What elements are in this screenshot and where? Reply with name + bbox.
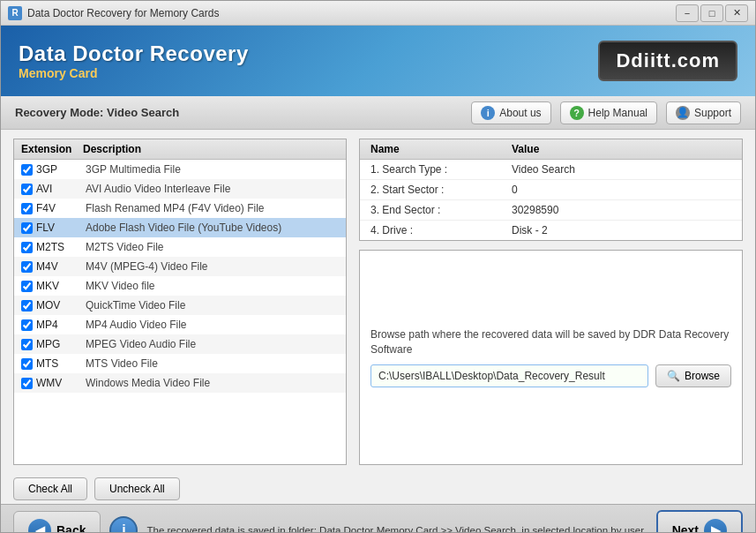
file-desc-mkv: MKV Video file — [86, 280, 339, 292]
file-ext-mts: MTS — [36, 357, 86, 370]
browse-description: Browse path where the recovered data wil… — [371, 327, 731, 357]
info-value-0: Video Search — [512, 163, 731, 176]
file-checkbox-mov[interactable] — [21, 300, 33, 312]
file-row[interactable]: MKV MKV Video file — [14, 276, 346, 296]
file-ext-mkv: MKV — [36, 280, 86, 292]
name-column-header: Name — [371, 143, 512, 155]
file-row[interactable]: MP4 MP4 Audio Video File — [14, 315, 346, 334]
title-bar-text: Data Doctor Recovery for Memory Cards — [27, 7, 676, 19]
value-column-header: Value — [512, 143, 731, 155]
maximize-button[interactable]: □ — [700, 4, 723, 22]
file-checkbox-wmv[interactable] — [21, 378, 33, 389]
file-checkbox-mp4[interactable] — [21, 319, 33, 331]
file-row[interactable]: AVI AVI Audio Video Interleave File — [14, 179, 346, 199]
info-table-row: 2. Start Sector : 0 — [360, 180, 742, 200]
file-ext-flv: FLV — [36, 221, 86, 234]
file-ext-mov: MOV — [36, 299, 86, 312]
browse-button[interactable]: 🔍 Browse — [655, 364, 731, 387]
file-desc-wmv: Windows Media Video File — [86, 377, 339, 389]
info-table-row: 3. End Sector : 30298590 — [360, 200, 742, 221]
file-checkbox-f4v[interactable] — [21, 203, 33, 214]
file-desc-f4v: Flash Renamed MP4 (F4V Video) File — [86, 202, 339, 214]
browse-panel: Browse path where the recovered data wil… — [359, 250, 743, 465]
file-desc-m4v: M4V (MPEG-4) Video File — [86, 260, 339, 273]
support-button[interactable]: 👤 Support — [666, 101, 741, 124]
minimize-button[interactable]: − — [676, 4, 699, 22]
file-ext-f4v: F4V — [36, 202, 86, 214]
header: Data Doctor Recovery Memory Card Ddiitt.… — [1, 26, 755, 96]
info-label-2: 3. End Sector : — [371, 204, 512, 216]
file-ext-mp4: MP4 — [36, 319, 86, 331]
file-ext-mpg: MPG — [36, 338, 86, 350]
app-icon: R — [8, 6, 22, 20]
main-content: Extension Description 3GP 3GP Multimedia… — [1, 130, 755, 474]
next-button-label: Next — [672, 523, 699, 534]
browse-search-icon: 🔍 — [667, 370, 680, 382]
about-us-label: About us — [499, 107, 541, 119]
footer-info-icon: i — [109, 516, 138, 534]
file-checkbox-flv[interactable] — [21, 222, 33, 234]
extension-column-header: Extension — [21, 143, 83, 155]
file-ext-3gp: 3GP — [36, 163, 86, 176]
file-desc-m2ts: M2TS Video File — [86, 241, 339, 253]
file-checkbox-m2ts[interactable] — [21, 242, 33, 253]
file-ext-wmv: WMV — [36, 377, 86, 389]
info-table-header: Name Value — [360, 139, 742, 160]
description-column-header: Description — [83, 143, 339, 155]
file-row[interactable]: WMV Windows Media Video File — [14, 373, 346, 393]
info-value-1: 0 — [512, 184, 731, 196]
file-row[interactable]: MTS MTS Video File — [14, 354, 346, 373]
file-checkbox-m4v[interactable] — [21, 261, 33, 273]
recovery-mode-label: Recovery Mode: Video Search — [15, 106, 462, 119]
file-desc-flv: Adobe Flash Video File (YouTube Videos) — [86, 221, 339, 234]
info-label-1: 2. Start Sector : — [371, 184, 512, 196]
file-checkbox-mkv[interactable] — [21, 281, 33, 292]
user-icon: 👤 — [676, 106, 690, 120]
nav-bar: Recovery Mode: Video Search i About us ?… — [1, 96, 755, 130]
back-arrow-icon: ◀ — [28, 519, 51, 534]
file-checkbox-avi[interactable] — [21, 184, 33, 195]
info-label-3: 4. Drive : — [371, 224, 512, 236]
file-row[interactable]: MOV QuickTime Video File — [14, 296, 346, 315]
support-label: Support — [694, 107, 731, 119]
file-row[interactable]: F4V Flash Renamed MP4 (F4V Video) File — [14, 199, 346, 218]
about-us-button[interactable]: i About us — [471, 101, 550, 124]
next-button[interactable]: Next ▶ — [656, 510, 743, 534]
file-row[interactable]: M2TS M2TS Video File — [14, 237, 346, 257]
file-list-header: Extension Description — [14, 139, 346, 160]
file-ext-m2ts: M2TS — [36, 241, 86, 253]
file-desc-3gp: 3GP Multimedia File — [86, 163, 339, 176]
file-row[interactable]: MPG MPEG Video Audio File — [14, 334, 346, 354]
file-checkbox-mts[interactable] — [21, 358, 33, 370]
footer-message: The recovered data is saved in folder: D… — [146, 525, 647, 534]
back-button[interactable]: ◀ Back — [13, 511, 101, 534]
file-list: 3GP 3GP Multimedia File AVI AVI Audio Vi… — [14, 160, 346, 464]
file-checkbox-3gp[interactable] — [21, 164, 33, 176]
browse-input-row: 🔍 Browse — [371, 364, 731, 387]
back-button-label: Back — [56, 523, 86, 534]
question-icon: ? — [570, 106, 584, 120]
info-table: Name Value 1. Search Type : Video Search… — [359, 139, 743, 241]
file-desc-avi: AVI Audio Video Interleave File — [86, 183, 339, 195]
footer: ◀ Back i The recovered data is saved in … — [1, 504, 755, 533]
file-checkbox-mpg[interactable] — [21, 339, 33, 350]
file-row[interactable]: 3GP 3GP Multimedia File — [14, 160, 346, 179]
title-bar-controls: − □ ✕ — [676, 4, 748, 22]
close-button[interactable]: ✕ — [725, 4, 748, 22]
browse-path-input[interactable] — [371, 364, 648, 387]
info-table-row: 1. Search Type : Video Search — [360, 160, 742, 180]
info-value-2: 30298590 — [512, 204, 731, 216]
file-desc-mov: QuickTime Video File — [86, 299, 339, 312]
help-manual-button[interactable]: ? Help Manual — [560, 101, 657, 124]
file-desc-mp4: MP4 Audio Video File — [86, 319, 339, 331]
file-desc-mts: MTS Video File — [86, 357, 339, 370]
check-all-button[interactable]: Check All — [13, 477, 87, 500]
browse-button-label: Browse — [685, 370, 720, 382]
file-ext-m4v: M4V — [36, 260, 86, 273]
info-icon: i — [481, 106, 495, 120]
bottom-controls: Check All Uncheck All — [1, 474, 755, 504]
file-row[interactable]: FLV Adobe Flash Video File (YouTube Vide… — [14, 218, 346, 237]
file-row[interactable]: M4V M4V (MPEG-4) Video File — [14, 257, 346, 276]
uncheck-all-button[interactable]: Uncheck All — [94, 477, 180, 500]
file-extension-panel: Extension Description 3GP 3GP Multimedia… — [13, 139, 347, 465]
